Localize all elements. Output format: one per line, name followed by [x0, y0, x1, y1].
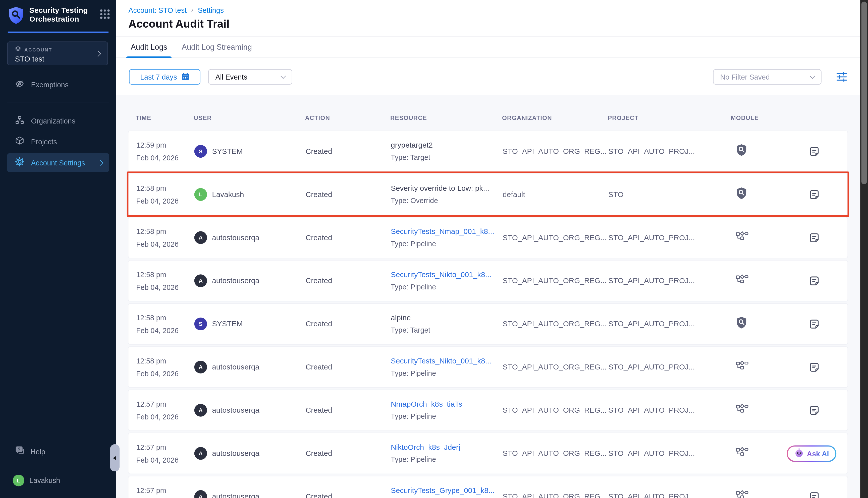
cell-module [731, 447, 781, 460]
user-name: autostouserqa [212, 406, 259, 415]
cell-time: 12:58 pm Feb 04, 2026 [136, 225, 194, 250]
user-avatar: A [194, 447, 207, 460]
cell-action: Created [306, 147, 391, 155]
event-summary-icon[interactable] [781, 362, 847, 372]
help-label: Help [30, 447, 45, 456]
cell-organization: STO_API_AUTO_ORG_REG... [503, 277, 608, 285]
table-row[interactable]: 12:58 pm Feb 04, 2026 A autostouserqa Cr… [128, 217, 848, 258]
audit-table: TIME USER ACTION RESOURCE ORGANIZATION P… [116, 95, 868, 498]
user-avatar: A [194, 274, 207, 287]
ask-ai-button[interactable]: Ask AI [787, 445, 837, 462]
hierarchy-icon [15, 116, 24, 126]
event-summary-icon[interactable] [781, 275, 847, 286]
column-header-resource: RESOURCE [390, 115, 502, 121]
cell-organization: STO_API_AUTO_ORG_REG... [503, 493, 608, 498]
cell-resource: SecurityTests_Grype_001_k8... Type: Pipe… [391, 484, 503, 498]
module-switcher-icon[interactable] [100, 9, 109, 18]
tab-audit-logs[interactable]: Audit Logs [130, 36, 169, 57]
sto-module-icon [736, 187, 747, 202]
user-profile[interactable]: L Lavakush [13, 475, 60, 486]
table-row[interactable]: 12:57 pm Feb 04, 2026 A autostouserqa Cr… [128, 390, 848, 431]
sidebar-item-organizations[interactable]: Organizations [7, 111, 109, 130]
cell-project: STO_API_AUTO_PROJ... [608, 406, 731, 415]
pipeline-module-icon [736, 274, 749, 287]
help-button[interactable]: ? Help [15, 446, 46, 457]
cell-organization: STO_API_AUTO_ORG_REG... [503, 449, 608, 458]
table-rows: 12:59 pm Feb 04, 2026 S SYSTEM Created g… [128, 131, 848, 498]
sidebar-item-label: Organizations [31, 117, 75, 125]
pipeline-module-icon [736, 490, 749, 498]
event-summary-icon[interactable] [781, 189, 847, 200]
resource-type: Type: Pipeline [391, 453, 503, 466]
user-name: autostouserqa [212, 449, 259, 458]
sidebar-item-exemptions[interactable]: Exemptions [7, 75, 109, 94]
breadcrumb-account-link[interactable]: Account: STO test [128, 6, 186, 14]
resource-link[interactable]: NmapOrch_k8s_tiaTs [391, 398, 503, 410]
resource-link[interactable]: alpine [391, 312, 503, 324]
resource-link[interactable]: Severity override to Low: pk... [391, 182, 503, 194]
saved-filter-select[interactable]: No Filter Saved [713, 69, 821, 85]
sidebar-item-projects[interactable]: Projects [7, 132, 109, 151]
table-row[interactable]: 12:58 pm Feb 04, 2026 A autostouserqa Cr… [128, 346, 848, 388]
event-summary-icon[interactable] [781, 232, 847, 243]
table-row[interactable]: 12:58 pm Feb 04, 2026 L Lavakush Created… [128, 174, 848, 215]
ai-robot-icon [794, 448, 803, 459]
cell-project: STO_API_AUTO_PROJ... [608, 363, 731, 371]
column-header-project: PROJECT [608, 115, 730, 121]
filter-settings-icon[interactable] [837, 72, 847, 84]
resource-link[interactable]: SecurityTests_Nikto_001_k8... [391, 268, 503, 280]
breadcrumb-settings-link[interactable]: Settings [198, 6, 224, 14]
resource-type: Type: Target [391, 324, 503, 336]
sidebar-item-account-settings[interactable]: Account Settings [7, 153, 109, 172]
resource-link[interactable]: SecurityTests_Grype_001_k8... [391, 484, 503, 497]
user-avatar: S [194, 317, 207, 330]
table-row[interactable]: 12:57 pm Feb 04, 2026 A autostouserqa Cr… [128, 476, 848, 498]
table-row[interactable]: 12:57 pm Feb 04, 2026 A autostouserqa Cr… [128, 433, 848, 474]
cell-time: 12:58 pm Feb 04, 2026 [136, 182, 194, 207]
cell-organization: STO_API_AUTO_ORG_REG... [503, 406, 608, 415]
scrollbar-thumb[interactable] [861, 2, 867, 184]
resource-link[interactable]: SecurityTests_Nmap_001_k8... [391, 225, 503, 237]
cell-resource: SecurityTests_Nikto_001_k8... Type: Pipe… [391, 268, 503, 293]
tab-audit-log-streaming[interactable]: Audit Log Streaming [181, 36, 253, 57]
column-header-user: USER [194, 115, 305, 121]
events-filter-value: All Events [215, 73, 247, 81]
events-filter-select[interactable]: All Events [208, 69, 292, 85]
table-row[interactable]: 12:58 pm Feb 04, 2026 A autostouserqa Cr… [128, 260, 848, 301]
sidebar-collapse-handle[interactable] [110, 444, 119, 471]
table-row[interactable]: 12:59 pm Feb 04, 2026 S SYSTEM Created g… [128, 131, 848, 172]
cell-module [731, 231, 781, 244]
product-title: Security Testing Orchestration [29, 6, 88, 24]
column-header-action: ACTION [305, 115, 390, 121]
user-name: autostouserqa [212, 233, 259, 242]
event-summary-icon[interactable] [781, 318, 847, 329]
resource-type: Type: Override [391, 195, 503, 207]
cell-user: A autostouserqa [194, 361, 306, 374]
resource-link[interactable]: NiktoOrch_k8s_Jderj [391, 441, 503, 453]
date-range-button[interactable]: Last 7 days [129, 69, 200, 85]
app-window: Security Testing Orchestration ACCOUNT S… [0, 0, 868, 498]
resource-type: Type: Pipeline [391, 497, 503, 498]
cell-time: 12:58 pm Feb 04, 2026 [136, 354, 194, 380]
column-header-module: MODULE [730, 115, 780, 121]
saved-filter-value: No Filter Saved [720, 73, 770, 81]
cell-time: 12:58 pm Feb 04, 2026 [136, 268, 194, 293]
sidebar-accent-rule [8, 31, 108, 33]
account-selector[interactable]: ACCOUNT STO test [7, 41, 108, 65]
cell-user: A autostouserqa [194, 274, 306, 287]
vertical-scrollbar[interactable] [860, 0, 868, 498]
cell-time: 12:57 pm Feb 04, 2026 [136, 441, 194, 466]
resource-link[interactable]: grypetarget2 [391, 139, 503, 151]
resource-type: Type: Pipeline [391, 410, 503, 422]
chevron-right-icon [98, 160, 103, 166]
event-summary-icon[interactable] [781, 146, 847, 157]
user-name: autostouserqa [212, 363, 259, 371]
event-summary-icon[interactable] [781, 405, 847, 416]
cell-project: STO_API_AUTO_PROJ... [608, 147, 731, 155]
user-name: Lavakush [212, 190, 244, 198]
event-summary-icon[interactable] [781, 491, 847, 498]
table-row[interactable]: 12:58 pm Feb 04, 2026 S SYSTEM Created a… [128, 303, 848, 345]
cell-time: 12:58 pm Feb 04, 2026 [136, 311, 194, 337]
user-name: autostouserqa [212, 493, 259, 498]
resource-link[interactable]: SecurityTests_Nikto_001_k8... [391, 355, 503, 367]
